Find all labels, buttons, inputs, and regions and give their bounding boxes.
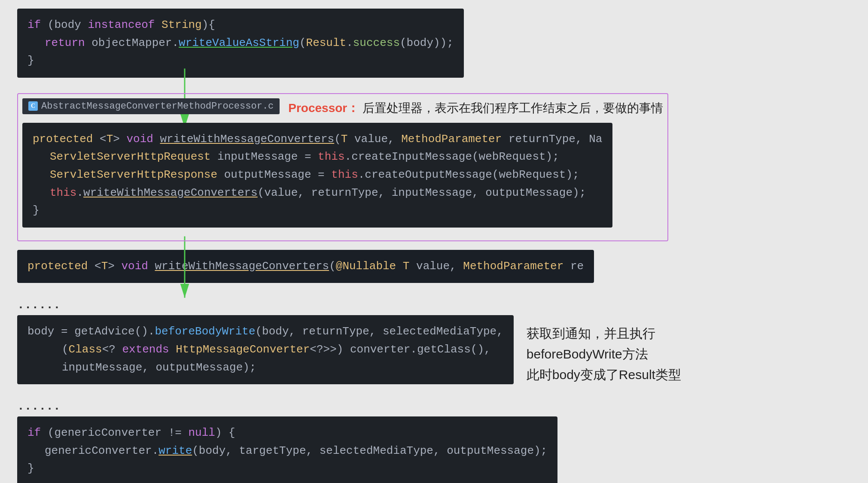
file-icon: C [28, 101, 38, 111]
code-block-3: protected <T> void writeWithMessageConve… [17, 250, 594, 283]
cb2-line-4: this.writeWithMessageConverters(value, r… [33, 184, 602, 202]
cb3-line-1: protected <T> void writeWithMessageConve… [27, 258, 584, 276]
purple-box-section: C AbstractMessageConverterMethodProcesso… [17, 93, 668, 241]
code-block-5: if (genericConverter != null) { genericC… [17, 416, 557, 483]
code-block-4: body = getAdvice().beforeBodyWrite(body,… [17, 315, 514, 384]
code-block-3-section: protected <T> void writeWithMessageConve… [17, 250, 851, 292]
processor-label: Processor： [288, 101, 359, 115]
top-code-section: if (body instanceof String){ return obje… [17, 9, 851, 86]
exception-annotation-inline: 会在这里发生异常 [27, 478, 547, 483]
cb5-line-3: } [27, 460, 547, 478]
cb2-line-5: } [33, 202, 602, 220]
cb2-line-1: protected <T> void writeWithMessageConve… [33, 131, 602, 149]
ellipsis-2: ...... [17, 400, 851, 413]
cb5-line-2: genericConverter.write(body, targetType,… [27, 442, 547, 460]
processor-annotation: Processor： 后置处理器，表示在我们程序工作结束之后，要做的事情 [288, 99, 663, 118]
cb5-line-1: if (genericConverter != null) { [27, 424, 547, 442]
cb2-line-3: ServletServerHttpResponse outputMessage … [33, 166, 602, 184]
cb2-line-2: ServletServerHttpRequest inputMessage = … [33, 148, 602, 166]
code-block-5-section: if (genericConverter != null) { genericC… [17, 416, 851, 483]
body-annotation-line2: 此时body变成了Result类型 [527, 365, 741, 385]
cb4-line-3: inputMessage, outputMessage); [27, 359, 503, 377]
body-annotation: 获取到通知，并且执行beforeBodyWrite方法 此时body变成了Res… [527, 323, 741, 385]
code-block-2: protected <T> void writeWithMessageConve… [22, 123, 612, 228]
code-block-4-section: body = getAdvice().beforeBodyWrite(body,… [17, 315, 851, 393]
code-block-1: if (body instanceof String){ return obje… [17, 9, 464, 78]
processor-description: 后置处理器，表示在我们程序工作结束之后，要做的事情 [362, 101, 663, 115]
cb4-line-1: body = getAdvice().beforeBodyWrite(body,… [27, 323, 503, 341]
filename: AbstractMessageConverterMethodProcessor.… [41, 101, 274, 112]
page-container: if (body instanceof String){ return obje… [0, 0, 868, 483]
code-line-1: if (body instanceof String){ [27, 16, 454, 34]
file-tab: C AbstractMessageConverterMethodProcesso… [22, 98, 280, 114]
ellipsis-1: ...... [17, 298, 851, 312]
code-line-2: return objectMapper.writeValueAsString(R… [27, 34, 454, 52]
cb4-line-2: (Class<? extends HttpMessageConverter<?>… [27, 341, 503, 359]
body-annotation-line1: 获取到通知，并且执行beforeBodyWrite方法 [527, 323, 741, 365]
code-line-3: } [27, 52, 454, 70]
